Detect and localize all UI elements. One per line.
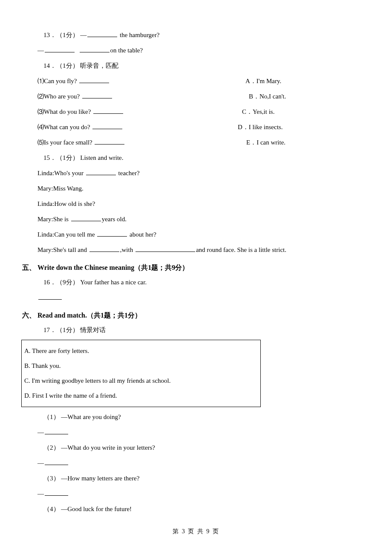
q16-points: （9分） bbox=[56, 279, 79, 286]
q14-row-4: ⑷What can you do? D．I like insects. bbox=[37, 121, 371, 133]
section-6-title: 六、 Read and match.（共1题；共1分） bbox=[22, 311, 371, 320]
q17-sub1-ans: — bbox=[37, 427, 371, 438]
text: —What do you write in your letters? bbox=[61, 444, 155, 451]
q17-box-b: B. Thank you. bbox=[24, 360, 258, 372]
q14-q5: ⑸Is your face small? bbox=[37, 139, 92, 146]
q14-row-5: ⑸Is your face small? E．I can write. bbox=[37, 137, 371, 148]
q17-num: 17． bbox=[43, 327, 56, 333]
blank bbox=[38, 293, 62, 300]
blank bbox=[45, 489, 68, 496]
text: （2） bbox=[43, 444, 60, 451]
q14-q3: ⑶What do you like? bbox=[37, 108, 91, 115]
q17-sub2-ans: — bbox=[37, 457, 371, 469]
text: —Good luck for the future! bbox=[61, 506, 132, 512]
q17-header: 17．（1分） 情景对话 bbox=[43, 324, 371, 336]
q17-box-d: D. First I write the name of a friend. bbox=[24, 390, 258, 402]
blank bbox=[45, 46, 75, 52]
text: and round face. She is a little strict. bbox=[196, 246, 286, 253]
section-5-title: 五、 Write down the Chinese meaning（共1题；共9… bbox=[22, 263, 371, 272]
q14-title: 听录音，匹配 bbox=[79, 62, 119, 69]
blank bbox=[93, 107, 123, 114]
text: ,with bbox=[120, 246, 135, 253]
q14-num: 14． bbox=[43, 62, 56, 69]
blank bbox=[86, 168, 116, 175]
q16-blank bbox=[37, 292, 371, 304]
q14-q2: ⑵Who are you? bbox=[37, 93, 80, 100]
q14-opt-c: C．Yes,it is. bbox=[242, 108, 274, 115]
q14-points: （1分） bbox=[56, 62, 79, 69]
q17-points: （1分） bbox=[56, 327, 79, 333]
q17-box-a: A. There are forty letters. bbox=[24, 345, 258, 357]
blank bbox=[79, 76, 109, 83]
blank bbox=[45, 458, 68, 465]
q13-pre2: — bbox=[37, 47, 44, 54]
q15-num: 15． bbox=[43, 154, 56, 161]
q15-title: Listen and write. bbox=[79, 154, 124, 161]
text: teacher? bbox=[117, 170, 140, 176]
blank bbox=[82, 92, 112, 98]
q14-q1: ⑴Can you fly? bbox=[37, 78, 77, 84]
blank bbox=[87, 30, 117, 37]
blank bbox=[80, 46, 110, 52]
q14-row-1: ⑴Can you fly? A．I'm Mary. bbox=[37, 75, 371, 87]
blank bbox=[92, 122, 122, 129]
q16-num: 16． bbox=[43, 279, 56, 286]
q14-row-3: ⑶What do you like? C．Yes,it is. bbox=[37, 106, 371, 118]
text: Linda:Can you tell me bbox=[37, 231, 96, 238]
text: about her? bbox=[128, 231, 156, 238]
q13-line1: 13．（1分） — the hamburger? bbox=[43, 29, 371, 41]
blank bbox=[71, 214, 101, 221]
text: （1） bbox=[43, 413, 60, 420]
text: Mary:She's tall and bbox=[37, 246, 89, 253]
blank bbox=[97, 230, 127, 237]
q13-num: 13． bbox=[43, 32, 56, 38]
q15-points: （1分） bbox=[56, 154, 79, 161]
q13-suf2: on the table? bbox=[110, 47, 143, 54]
q14-opt-e: E．I can write. bbox=[246, 139, 285, 146]
q17-option-box: A. There are forty letters. B. Thank you… bbox=[21, 340, 261, 407]
q15-l6: Mary:She's tall and ,with and round face… bbox=[37, 244, 371, 256]
q17-sub2-q: （2） —What do you write in your letters? bbox=[43, 442, 371, 454]
q17-title: 情景对话 bbox=[79, 327, 106, 333]
q14-header: 14．（1分） 听录音，匹配 bbox=[43, 60, 371, 72]
q15-l3: Linda:How old is she? bbox=[37, 198, 371, 210]
q13-points: （1分） bbox=[56, 32, 79, 38]
text: —What are you doing? bbox=[61, 413, 121, 420]
q15-header: 15．（1分） Listen and write. bbox=[43, 152, 371, 164]
page-footer: 第 3 页 共 9 页 bbox=[21, 528, 371, 535]
text: — bbox=[37, 460, 44, 466]
q14-opt-a: A．I'm Mary. bbox=[245, 78, 281, 84]
text: Linda:Who's your bbox=[37, 170, 85, 176]
q15-l1: Linda:Who's your teacher? bbox=[37, 168, 371, 179]
text: — bbox=[37, 490, 44, 497]
text: Mary:She is bbox=[37, 216, 70, 223]
text: — bbox=[37, 429, 44, 436]
q17-sub3-q: （3） —How many letters are there? bbox=[43, 473, 371, 484]
blank bbox=[95, 138, 124, 145]
text: —How many letters are there? bbox=[61, 475, 139, 482]
page-container: 13．（1分） — the hamburger? — on the table?… bbox=[0, 0, 392, 552]
q17-box-c: C. I'm writing goodbye letters to all my… bbox=[24, 375, 258, 387]
q16-text: Your father has a nice car. bbox=[79, 279, 147, 286]
q14-opt-d: D．I like insects. bbox=[238, 124, 282, 130]
blank bbox=[45, 428, 68, 434]
blank bbox=[89, 245, 119, 252]
q17-sub1-q: （1） —What are you doing? bbox=[43, 411, 371, 423]
q13-pre1: — bbox=[80, 32, 86, 38]
q15-l4: Mary:She is years old. bbox=[37, 214, 371, 225]
q13-line2: — on the table? bbox=[37, 45, 371, 56]
text: （3） bbox=[43, 475, 60, 482]
q15-l2: Mary:Miss Wang. bbox=[37, 183, 371, 194]
q13-suf1: the hamburger? bbox=[118, 32, 159, 38]
q17-sub4-q: （4） —Good luck for the future! bbox=[43, 503, 371, 515]
q14-opt-b: B．No,I can't. bbox=[249, 93, 286, 100]
q17-sub3-ans: — bbox=[37, 488, 371, 500]
q14-row-2: ⑵Who are you? B．No,I can't. bbox=[37, 91, 371, 102]
blank bbox=[135, 245, 195, 252]
q16-line: 16．（9分） Your father has a nice car. bbox=[43, 277, 371, 288]
q14-q4: ⑷What can you do? bbox=[37, 124, 90, 130]
text: years old. bbox=[102, 216, 127, 223]
text: （4） bbox=[43, 506, 60, 512]
q15-l5: Linda:Can you tell me about her? bbox=[37, 229, 371, 240]
